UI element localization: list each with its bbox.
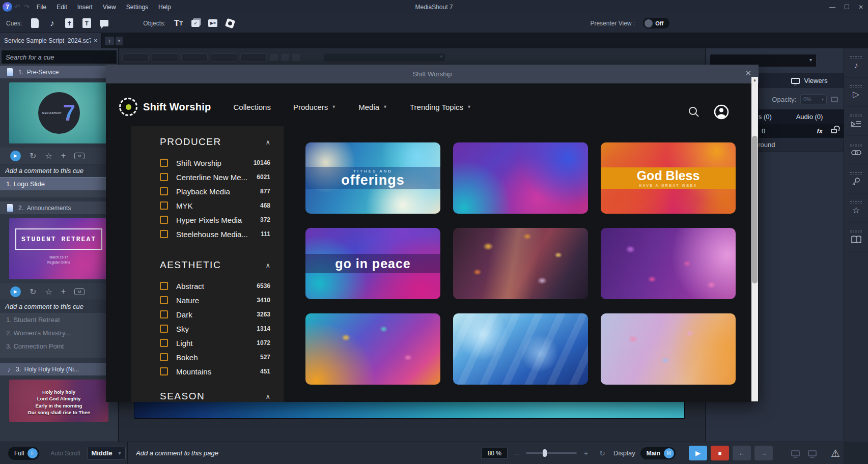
filter-item[interactable]: Nature3410 <box>160 293 270 307</box>
add-tab-button[interactable]: + <box>105 37 114 45</box>
cue2-thumbnail[interactable]: STUDENT RETREAT March 15-17 Register Onl… <box>9 218 108 279</box>
display-2-icon[interactable] <box>808 450 817 456</box>
collapse-chevron-icon[interactable]: ∧ <box>265 262 270 269</box>
unlock-icon[interactable] <box>831 129 837 133</box>
tab-audio[interactable]: Audio (0) <box>775 109 844 124</box>
zoom-slider-handle[interactable] <box>543 449 547 457</box>
zoom-in-icon[interactable]: + <box>584 449 588 457</box>
modal-scrollbar[interactable]: ▲ <box>751 77 758 401</box>
filter-heading-season[interactable]: SEASON∧ <box>160 391 270 402</box>
property-input[interactable] <box>122 53 149 62</box>
filter-item[interactable]: Centerline New Me...6021 <box>160 170 270 184</box>
undo-icon[interactable]: ↶ <box>14 3 20 11</box>
zoom-slider[interactable] <box>526 452 577 454</box>
checkbox[interactable] <box>160 282 168 290</box>
bible-cue-icon[interactable]: ✝ <box>63 17 76 30</box>
dock-playlist-panel[interactable] <box>844 106 868 135</box>
tab-service-script[interactable]: Service Sample Script_2024.sc7x × <box>0 33 102 48</box>
redo-icon[interactable]: ↷ <box>24 3 30 11</box>
tab-close-icon[interactable]: × <box>94 37 97 44</box>
menu-insert[interactable]: Insert <box>72 4 98 11</box>
search-icon[interactable] <box>688 106 699 120</box>
checkbox[interactable] <box>160 296 168 304</box>
nav-producers[interactable]: Producers▼ <box>293 103 336 111</box>
song-cue-icon[interactable]: ♪ <box>45 17 59 30</box>
menu-settings[interactable]: Settings <box>121 4 153 11</box>
menu-file[interactable]: File <box>32 4 51 11</box>
scrollbar-thumb[interactable] <box>752 136 758 283</box>
filter-item[interactable]: Shift Worship10146 <box>160 156 270 170</box>
zoom-out-icon[interactable]: – <box>515 449 519 457</box>
media-tile-colorful-leaves[interactable] <box>305 313 440 385</box>
page-item-womens-ministry[interactable]: 2. Women's Ministry... <box>0 326 118 339</box>
checkbox[interactable] <box>160 325 168 333</box>
scroll-up-icon[interactable]: ▲ <box>751 78 758 82</box>
filter-item[interactable]: Dark3263 <box>160 307 270 322</box>
media-tile-blue-bokeh[interactable] <box>453 313 588 385</box>
scroll-position-select[interactable]: Middle ▼ <box>87 447 126 460</box>
maximize-button[interactable] <box>839 4 854 11</box>
property-icon[interactable] <box>281 54 289 61</box>
page-item-empty[interactable] <box>0 190 118 197</box>
checkbox[interactable] <box>160 310 168 318</box>
property-icon[interactable] <box>292 54 300 61</box>
warning-icon[interactable]: ⚠ <box>831 447 840 459</box>
cue1-comment-input[interactable] <box>0 164 118 177</box>
menu-edit[interactable]: Edit <box>51 4 72 11</box>
media-object-icon[interactable]: ▶≈ <box>206 17 219 30</box>
media-tile-purple-leaves[interactable] <box>601 228 736 299</box>
presenter-view-toggle[interactable]: Off <box>643 18 669 28</box>
cue2-comment-input[interactable] <box>0 300 118 313</box>
collapse-chevron-icon[interactable]: ∧ <box>265 393 270 400</box>
media-tile-autumn-leaves[interactable] <box>453 228 588 299</box>
filter-item[interactable]: Abstract6536 <box>160 279 270 293</box>
menu-view[interactable]: View <box>98 4 121 11</box>
property-dropdown[interactable] <box>324 53 446 62</box>
cue-header-announcements[interactable]: 2. Announcements <box>0 201 118 214</box>
checkbox[interactable] <box>160 339 168 347</box>
loop-icon[interactable]: ↻ <box>30 151 36 161</box>
checkbox[interactable] <box>160 201 168 210</box>
add-icon[interactable]: + <box>61 151 66 160</box>
comment-cue-icon[interactable] <box>97 17 110 30</box>
checkbox[interactable] <box>160 187 168 195</box>
display-1-icon[interactable] <box>791 450 800 456</box>
tab-viewers[interactable]: Viewers <box>775 73 844 89</box>
dock-key-panel[interactable] <box>844 164 868 193</box>
property-input[interactable] <box>181 53 208 62</box>
dock-song-panel[interactable]: ♪ <box>844 48 868 77</box>
blank-cue-icon[interactable] <box>28 17 41 30</box>
refresh-zoom-icon[interactable]: ↻ <box>599 449 605 457</box>
page-item-logo-slide[interactable]: 1. Logo Slide <box>0 177 118 190</box>
media-tile-abstract-purple[interactable] <box>453 142 588 214</box>
text-object-icon[interactable]: TT <box>172 17 185 30</box>
main-display-icon[interactable]: M <box>74 153 85 159</box>
collapse-chevron-icon[interactable]: ∧ <box>265 138 270 146</box>
main-display-icon[interactable]: M <box>74 288 85 295</box>
page-item-connection-point[interactable]: 3. Connection Point <box>0 339 118 353</box>
minimize-button[interactable]: — <box>825 4 839 11</box>
filter-item[interactable]: Hyper Pixels Media372 <box>160 213 270 227</box>
filter-item[interactable]: Sky1314 <box>160 322 270 336</box>
cue1-thumbnail[interactable]: MEDIASHOUT 7 <box>9 82 108 143</box>
checkbox[interactable] <box>160 353 168 361</box>
previous-button[interactable]: ← <box>733 446 751 460</box>
dialog-close-icon[interactable]: ✕ <box>745 69 751 78</box>
filter-item[interactable]: Steelehouse Media...111 <box>160 227 270 241</box>
filter-heading-aesthetic[interactable]: AESTHETIC∧ <box>160 259 270 271</box>
property-icon[interactable] <box>270 54 278 61</box>
zoom-value[interactable]: 80 % <box>481 448 508 459</box>
property-input[interactable] <box>152 53 178 62</box>
filter-item[interactable]: Bokeh527 <box>160 350 270 364</box>
stop-button[interactable]: ■ <box>711 446 729 460</box>
checkbox[interactable] <box>160 367 168 375</box>
media-tile-tithes-offerings[interactable]: TITHES ANDofferings <box>305 142 440 214</box>
display-target-toggle[interactable]: Main M <box>640 447 676 459</box>
dock-link-panel[interactable] <box>844 135 868 164</box>
capture-icon[interactable] <box>831 97 838 102</box>
view-mode-toggle[interactable]: Full F <box>8 447 39 460</box>
page-comment-input[interactable] <box>135 449 349 457</box>
property-input[interactable] <box>211 53 237 62</box>
cue-header-pre-service[interactable]: 1. Pre-Service <box>0 66 118 78</box>
play-cue-icon[interactable]: ▶ <box>10 286 21 297</box>
